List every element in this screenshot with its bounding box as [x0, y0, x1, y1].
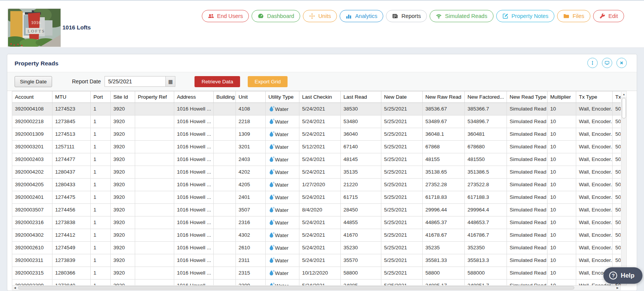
cell-utility-type: Water — [266, 166, 299, 178]
cell-new-date: 5/25/2021 — [381, 267, 423, 279]
table-row[interactable]: 39200035071274456139201016 Howell ...350… — [12, 204, 621, 216]
table-row[interactable]: 39200023111273839139201016 Howell ...231… — [12, 254, 621, 267]
column-header-new-factored-[interactable]: New Factored... — [465, 91, 507, 102]
cell-multiplier: 10 — [548, 153, 576, 166]
scroll-up-button[interactable]: ▲ — [621, 91, 626, 98]
retrieve-data-button[interactable]: Retrieve Data — [195, 76, 240, 87]
cell-unit: 2218 — [236, 115, 266, 128]
table-row[interactable]: 39200013091274513139201016 Howell ...130… — [12, 128, 621, 141]
column-header-address[interactable]: Address — [174, 91, 214, 102]
export-grid-button[interactable]: Export Grid — [248, 76, 288, 87]
column-header-unit[interactable]: Unit — [236, 91, 266, 102]
column-header-new-date[interactable]: New Date — [381, 91, 423, 102]
cell-last-checkin: 5/24/2021 — [299, 115, 341, 128]
single-date-button[interactable]: Single Date — [15, 76, 52, 87]
cell-tx-type: Wall, Encoder... — [576, 103, 613, 115]
table-row[interactable]: 39200023161273838139201016 Howell ...231… — [12, 216, 621, 229]
cell-utility-type: Water — [266, 216, 299, 229]
close-button[interactable] — [616, 58, 627, 68]
column-header-multiplier[interactable]: Multiplier — [548, 91, 576, 102]
column-header-tx[interactable]: Tx — [613, 91, 621, 102]
table-row[interactable]: 39200024011274475139201016 Howell ...240… — [12, 191, 621, 204]
note-edit-icon — [502, 13, 508, 19]
calendar-picker-button[interactable]: ▦ — [165, 76, 175, 87]
water-drop-icon — [269, 169, 275, 176]
column-header-last-read[interactable]: Last Read — [341, 91, 381, 102]
cell-property-ref — [135, 115, 174, 128]
table-row[interactable]: 39200042021280437139201016 Howell ...420… — [12, 166, 621, 179]
column-header-account[interactable]: Account — [12, 91, 52, 102]
vertical-scrollbar[interactable]: ▲ ▼ — [621, 91, 627, 285]
grid-toolbar: Single Date Report Date ▦ Retrieve Data … — [7, 72, 637, 91]
water-drop-icon — [269, 181, 275, 188]
cell-new-raw-read: 29996.44 — [423, 204, 465, 216]
resize-vertical-icon — [590, 60, 595, 65]
cell-port: 1 — [91, 267, 111, 279]
cell-mtu: 1274523 — [52, 103, 91, 115]
column-header-mtu[interactable]: MTU — [52, 91, 91, 102]
cell-port: 1 — [91, 141, 111, 153]
monitor-button[interactable] — [602, 58, 612, 68]
column-header-port[interactable]: Port — [91, 91, 111, 102]
utility-type-label: Water — [275, 245, 289, 251]
cell-tx-type: Wall, Encoder... — [576, 216, 613, 229]
utility-type-label: Water — [275, 144, 289, 150]
cell-property-ref — [135, 216, 174, 229]
page-title: 1016 Lofts — [62, 24, 91, 31]
scroll-left-button[interactable]: ◀ — [12, 286, 18, 290]
cell-account: 3920002401 — [12, 191, 52, 203]
cell-unit: 1309 — [236, 128, 266, 140]
nav-button-analytics[interactable]: Analytics — [340, 10, 383, 22]
cell-new-factored-: 588000 — [465, 267, 507, 279]
table-row[interactable]: 39200026101274549139201016 Howell ...261… — [12, 242, 621, 254]
cell-building — [214, 216, 236, 229]
nav-button-simulated-reads[interactable]: Simulated Reads — [430, 10, 493, 22]
column-header-utility-type[interactable]: Utility Type — [266, 91, 299, 102]
table-row[interactable]: 39200024031274477139201016 Howell ...240… — [12, 153, 621, 166]
nav-button-end-users[interactable]: End Users — [202, 10, 249, 22]
nav-button-property-notes[interactable]: Property Notes — [496, 10, 555, 22]
horizontal-scrollbar[interactable]: ◀ ▶ — [12, 285, 621, 290]
help-button[interactable]: ? Help — [603, 267, 642, 284]
vertical-scroll-thumb[interactable] — [622, 98, 626, 119]
nav-button-files[interactable]: Files — [557, 10, 590, 22]
column-header-last-checkin[interactable]: Last Checkin — [299, 91, 341, 102]
table-row[interactable]: 39200042051280433139201016 Howell ...420… — [12, 179, 621, 191]
cell-unit: 4202 — [236, 166, 266, 178]
table-row[interactable]: 39200023151280366139201016 Howell ...231… — [12, 267, 621, 280]
cell-mtu: 1257111 — [52, 141, 91, 153]
report-date-input[interactable] — [105, 76, 165, 87]
table-row[interactable]: 39200043021274412139201016 Howell ...430… — [12, 229, 621, 242]
table-row[interactable]: 39200032011257111139201016 Howell ...320… — [12, 141, 621, 153]
table-row[interactable]: 39200022181273845139201016 Howell ...221… — [12, 115, 621, 128]
resize-vertical-button[interactable] — [587, 58, 598, 68]
column-header-new-read-type[interactable]: New Read Type — [507, 91, 548, 102]
cell-tx-type: Wall, Encoder... — [576, 191, 613, 203]
analytics-icon — [346, 13, 352, 19]
column-header-property-ref[interactable]: Property Ref — [135, 91, 174, 102]
cell-tx: 501 — [613, 179, 621, 191]
nav-button-dashboard[interactable]: Dashboard — [252, 10, 300, 22]
cell-new-factored-: 355813.3 — [465, 254, 507, 267]
cell-account: 3920002610 — [12, 242, 52, 254]
column-header-tx-type[interactable]: Tx Type — [576, 91, 613, 102]
column-header-building[interactable]: Building — [214, 91, 236, 102]
cell-new-raw-read: 48155 — [423, 153, 465, 166]
cell-mtu: 1280433 — [52, 179, 91, 191]
cell-property-ref — [135, 229, 174, 241]
column-header-new-raw-read[interactable]: New Raw Read — [423, 91, 465, 102]
cell-building — [214, 254, 236, 267]
table-row[interactable]: 39200041081274523139201016 Howell ...410… — [12, 103, 621, 115]
column-header-site-id[interactable]: Site Id — [111, 91, 135, 102]
cell-unit: 4108 — [236, 103, 266, 115]
cell-port: 1 — [91, 166, 111, 178]
table-row[interactable]: 39200023091273840139201016 Howell ...230… — [12, 280, 621, 285]
scroll-right-button[interactable]: ▶ — [615, 286, 620, 290]
cell-new-factored-: 534896.7 — [465, 115, 507, 128]
nav-button-edit[interactable]: Edit — [593, 10, 624, 22]
horizontal-scroll-thumb[interactable] — [18, 286, 574, 289]
nav-button-reports[interactable]: Reports — [386, 10, 427, 22]
cell-new-raw-read: 24885.17 — [423, 280, 465, 285]
units-icon — [309, 13, 315, 19]
nav-button-units[interactable]: Units — [303, 10, 337, 22]
